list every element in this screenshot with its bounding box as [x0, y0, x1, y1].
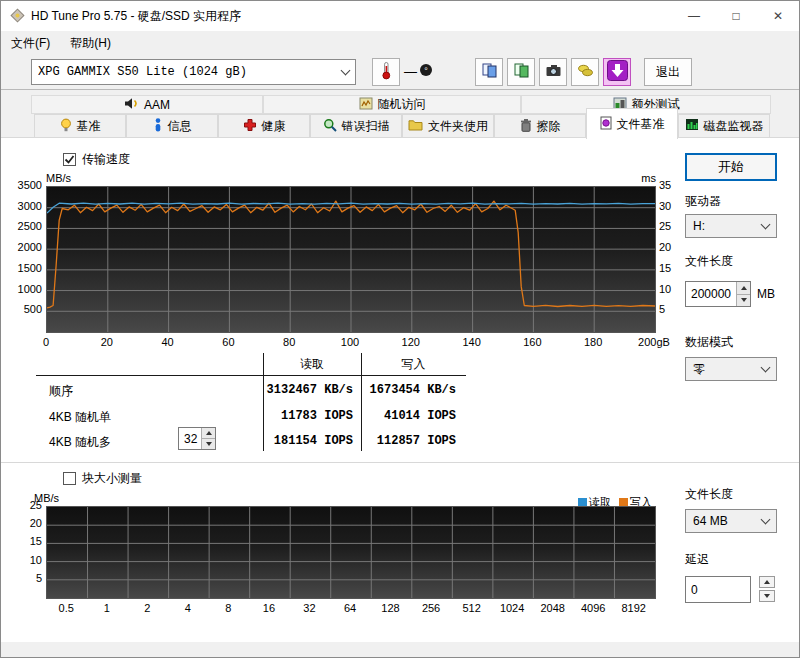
file-length-label: 文件长度 — [685, 253, 733, 270]
chevron-down-icon — [761, 220, 771, 230]
file-length-label-2: 文件长度 — [685, 486, 733, 503]
tab-erase[interactable]: 擦除 — [494, 114, 586, 138]
tab-random-access[interactable]: 随机访问 — [263, 95, 521, 114]
speaker-icon — [124, 97, 139, 113]
menu-bar: 文件(F) 帮助(H) — [1, 31, 799, 55]
axis-tick-label: 40 — [142, 336, 194, 348]
file-benchmark-panel: 传输速度 MB/s ms 读取 写入 顺序 3132467 KB/s 16734… — [1, 138, 799, 658]
tab-file-benchmark[interactable]: 文件基准 — [586, 108, 678, 139]
drive-select[interactable]: XPG GAMMIX S50 Lite (1024 gB) — [31, 59, 356, 85]
start-button[interactable]: 开始 — [685, 153, 777, 181]
copy-to-file-button[interactable] — [507, 58, 535, 86]
close-button[interactable]: ✕ — [757, 1, 799, 31]
copy-file-icon — [513, 62, 530, 82]
disks-icon — [577, 63, 594, 81]
tab-label: 基准 — [77, 118, 101, 135]
tab-label: 健康 — [262, 118, 286, 135]
tab-info[interactable]: 信息 — [126, 114, 218, 138]
tab-label: 文件基准 — [617, 116, 665, 133]
copy-pages-icon — [481, 62, 498, 82]
tab-label: 擦除 — [537, 118, 561, 135]
menu-file[interactable]: 文件(F) — [1, 31, 60, 55]
tab-aam[interactable]: AAM — [31, 95, 263, 114]
axis-tick-label: 128 — [367, 602, 415, 614]
tab-benchmark[interactable]: 基准 — [34, 114, 126, 138]
4k-multi-read-value: 181154 IOPS — [156, 434, 353, 448]
tab-error-scan[interactable]: 错误扫描 — [310, 114, 402, 138]
screenshot-button[interactable] — [539, 58, 567, 86]
tab-label: 错误扫描 — [342, 118, 390, 135]
tab-folder-usage[interactable]: 文件夹使用 — [402, 114, 494, 138]
spinner-buttons — [736, 282, 750, 306]
axis-tick-label: 4 — [164, 602, 212, 614]
bulb-icon — [60, 118, 72, 135]
axis-tick-label: 100 — [324, 336, 376, 348]
checkbox-checked-icon — [63, 153, 76, 166]
block-size-checkbox[interactable]: 块大小测量 — [63, 470, 142, 487]
disk-monitor-icon — [685, 118, 699, 134]
exit-button[interactable]: 退出 — [644, 58, 692, 86]
axis-tick-label: 15 — [2, 535, 42, 547]
tab-label: 磁盘监视器 — [704, 118, 764, 135]
transfer-speed-checkbox[interactable]: 传输速度 — [63, 151, 130, 168]
axis-tick-label: 1000 — [2, 283, 42, 295]
menu-help[interactable]: 帮助(H) — [60, 31, 121, 55]
axis-tick-label: 64 — [326, 602, 374, 614]
axis-tick-label: 140 — [446, 336, 498, 348]
tab-health[interactable]: 健康 — [218, 114, 310, 138]
axis-tick-label: 2048 — [529, 602, 577, 614]
axis-tick-label: 20 — [2, 517, 42, 529]
spinner-down-button[interactable] — [737, 295, 750, 307]
checkbox-label: 传输速度 — [82, 151, 130, 168]
chevron-down-icon — [341, 66, 351, 76]
magnifier-icon — [323, 118, 337, 135]
axis-tick-label: 3000 — [2, 200, 42, 212]
toolbar: XPG GAMMIX S50 Lite (1024 gB) — ° — [1, 55, 799, 90]
status-strip — [1, 642, 799, 658]
minimize-button[interactable]: — — [673, 1, 715, 31]
data-mode-dropdown[interactable]: 零 — [685, 357, 777, 381]
save-results-button[interactable] — [603, 58, 631, 86]
axis-tick-label: 8192 — [610, 602, 658, 614]
app-icon — [9, 7, 25, 26]
axis-tick-label: 35 — [659, 179, 685, 191]
tab-disk-monitor[interactable]: 磁盘监视器 — [678, 114, 770, 138]
axis-tick-label: 1 — [83, 602, 131, 614]
drive-label: 驱动器 — [685, 193, 721, 210]
axis-tick-label: 5 — [659, 303, 685, 315]
tab-label: 文件夹使用 — [428, 118, 488, 135]
delay-input[interactable]: 0 — [685, 576, 751, 603]
copy-to-clipboard-button[interactable] — [475, 58, 503, 86]
axis-tick-label: 512 — [448, 602, 496, 614]
4k-single-read-value: 11783 IOPS — [156, 409, 353, 423]
thermometer-icon — [380, 61, 392, 83]
transfer-speed-chart — [46, 186, 656, 333]
spinner-up-button[interactable] — [737, 282, 750, 295]
axis-tick-label: 120 — [385, 336, 437, 348]
drive-dropdown[interactable]: H: — [685, 214, 777, 238]
delay-up-button[interactable] — [759, 576, 775, 588]
axis-tick-label: 2000 — [2, 241, 42, 253]
maximize-button[interactable]: □ — [715, 1, 757, 31]
folder-icon — [408, 119, 423, 134]
row-label-4k-multi: 4KB 随机多 — [49, 434, 111, 451]
file-benchmark-icon — [600, 116, 612, 133]
axis-tick-label: 2 — [123, 602, 171, 614]
axis-tick-label: 5 — [2, 572, 42, 584]
export-button[interactable] — [571, 58, 599, 86]
temperature-value: — — [404, 64, 417, 79]
delay-down-button[interactable] — [759, 590, 775, 602]
drive-select-value: XPG GAMMIX S50 Lite (1024 gB) — [38, 65, 342, 79]
file-length-spinner[interactable]: 200000 — [685, 281, 751, 307]
axis-tick-label: 20 — [81, 336, 133, 348]
app-window: HD Tune Pro 5.75 - 硬盘/SSD 实用程序 — □ ✕ 文件(… — [0, 0, 800, 658]
file-length-dropdown[interactable]: 64 MB — [685, 509, 777, 533]
health-cross-icon — [243, 118, 257, 135]
block-size-chart — [46, 506, 656, 599]
trash-icon — [520, 118, 532, 135]
tab-label: 随机访问 — [378, 96, 426, 113]
temperature-button[interactable] — [372, 58, 400, 86]
drive-dropdown-value: H: — [693, 219, 762, 233]
axis-tick-label: 180 — [567, 336, 619, 348]
tab-label: AAM — [144, 98, 170, 112]
